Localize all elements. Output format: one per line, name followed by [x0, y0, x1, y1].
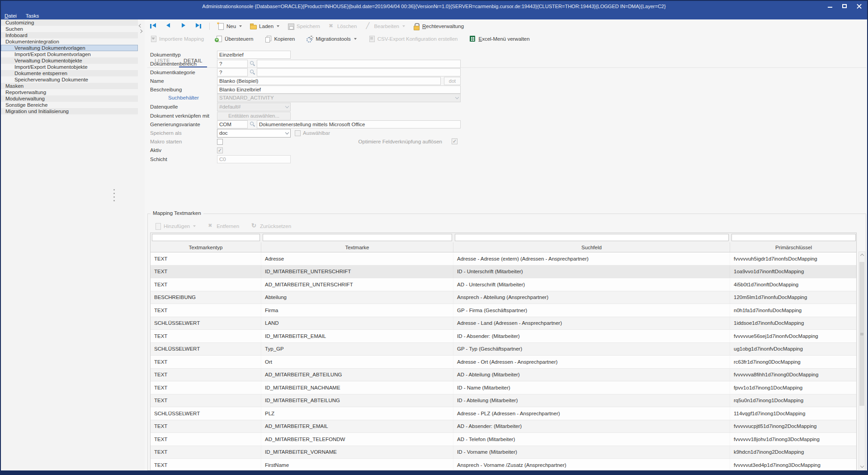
- sidebar-item[interactable]: Modulverwaltung: [1, 95, 138, 102]
- generierungsvariante-text-input[interactable]: [257, 120, 461, 128]
- sidebar-item[interactable]: Suchen: [1, 26, 138, 32]
- dokumentkategorie-label: Dokumentkategorie: [150, 70, 217, 75]
- sidebar-item[interactable]: Customizing: [1, 19, 138, 26]
- scrollbar-thumb[interactable]: [859, 262, 864, 406]
- scroll-down-icon[interactable]: [859, 463, 865, 470]
- sidebar-item[interactable]: Import/Export Dokumentobjekte: [1, 64, 138, 70]
- column-header[interactable]: Suchfeld: [453, 242, 730, 252]
- table-row[interactable]: TEXTAD_MITARBEITER_EMAILAD - Absender: (…: [151, 420, 856, 433]
- kopieren-button[interactable]: Kopieren: [262, 35, 297, 43]
- gears-icon: [307, 36, 313, 42]
- minimize-button[interactable]: [825, 2, 835, 10]
- column-filter-input[interactable]: [152, 234, 260, 241]
- table-row[interactable]: TEXTID_MITARBEITER_NACHNAMEID - Name (Mi…: [151, 381, 856, 394]
- name-label: Name: [150, 78, 217, 84]
- table-row[interactable]: SCHLÜSSELWERTLANDAdresse - Land (Adresse…: [151, 317, 856, 330]
- table-row[interactable]: BESCHREIBUNGAbteilungAnsprech - Abteilun…: [151, 291, 856, 304]
- table-row[interactable]: TEXTAdresseAdresse - Adresse (extern) (A…: [151, 252, 856, 266]
- button-label: Entfernen: [217, 223, 239, 229]
- table-row[interactable]: TEXTID_MITARBEITER_VORNAMEID - Vorname (…: [151, 446, 856, 459]
- copy-icon: [265, 36, 272, 42]
- close-button[interactable]: [854, 2, 864, 10]
- table-cell: SCHLÜSSELWERT: [151, 343, 261, 356]
- column-header[interactable]: Textmarkentyp: [151, 242, 261, 252]
- neu-button[interactable]: Neu: [215, 22, 245, 30]
- column-filter-input[interactable]: [731, 234, 856, 241]
- sidebar-item[interactable]: Reportverwaltung: [1, 89, 138, 95]
- name-input[interactable]: [217, 77, 441, 85]
- beschreibung-input[interactable]: [217, 86, 461, 94]
- laden-button[interactable]: Laden: [247, 22, 282, 30]
- table-row[interactable]: TEXTAD_MITARBEITER_TELEFONDWAD - Telefon…: [151, 433, 856, 446]
- dropdown-caret-icon: [193, 225, 196, 227]
- scroll-up-icon[interactable]: [859, 252, 865, 259]
- dokumentenbereich-text-input[interactable]: [257, 60, 461, 68]
- speichern-als-select[interactable]: doc: [217, 129, 291, 138]
- sidebar-item[interactable]: Verwaltung Dokumentobjekte: [1, 57, 138, 64]
- makro-starten-checkbox[interactable]: [217, 139, 223, 145]
- button-label: Hinzufügen: [164, 223, 190, 229]
- sidebar-item[interactable]: Masken: [1, 83, 138, 89]
- table-cell: ID - Vorname (Mitarbeiter): [453, 446, 730, 459]
- uebersteuern-button[interactable]: Übersteuern: [213, 35, 256, 43]
- dokumenttyp-input[interactable]: [217, 51, 291, 59]
- menubar: DateiTasks: [1, 12, 867, 19]
- form-row-speichern-als: Speichern als doc Auswählbar: [150, 128, 602, 138]
- nav-next-button[interactable]: [177, 22, 189, 30]
- table-row[interactable]: TEXTAD_MITARBEITER_UNTERSCHRIFTAD - Unte…: [151, 278, 856, 291]
- excel-menu-button[interactable]: Excel-Menü verwalten: [467, 35, 532, 43]
- sidebar-item[interactable]: Dokumentenintegration: [1, 38, 138, 45]
- sidebar-item[interactable]: Import/Export Dokumentvorlagen: [1, 51, 138, 57]
- dokumentkategorie-code-input[interactable]: [217, 68, 248, 76]
- maximize-button[interactable]: [839, 2, 850, 10]
- table-row[interactable]: TEXTID_MITARBEITER_EMAILID - Absender: (…: [151, 330, 856, 343]
- table-row[interactable]: SCHLÜSSELWERTPLZAdresse - PLZ (Adressen …: [151, 407, 856, 420]
- table-row[interactable]: TEXTFirmaGP - Firma (Geschäftspartner)n0…: [151, 304, 856, 317]
- table-row[interactable]: SCHLÜSSELWERTTyp_GPGP - Typ (Geschäftspa…: [151, 343, 856, 356]
- column-filter-input[interactable]: [263, 234, 452, 241]
- table-scrollbar[interactable]: [859, 252, 865, 470]
- nav-previous-button[interactable]: [162, 22, 175, 30]
- suchbehaelter-label[interactable]: Suchbehälter: [150, 95, 217, 100]
- menu-datei[interactable]: Datei: [5, 13, 17, 19]
- dropdown-caret-icon: [277, 25, 279, 27]
- sidebar-navigation: CustomizingSuchenInfoboardDokumenteninte…: [1, 19, 145, 470]
- sidebar-item[interactable]: Verwaltung Dokumentvorlagen: [1, 45, 138, 51]
- table-row[interactable]: TEXTFirstNameAnsprech - Vorname /Zusatz …: [151, 459, 856, 470]
- nav-first-button[interactable]: [147, 22, 160, 30]
- datenquelle-value: #default#: [219, 104, 241, 109]
- table-row[interactable]: TEXTID_MITARBEITER_UNTERSCHRIFTID - Unte…: [151, 266, 856, 279]
- sidebar-item[interactable]: Infoboard: [1, 32, 138, 38]
- column-header[interactable]: Primärschlüssel: [730, 242, 857, 252]
- aktiv-label: Aktiv: [150, 147, 217, 153]
- button-label: Löschen: [337, 24, 357, 29]
- datenquelle-select: #default#: [217, 103, 291, 111]
- generierungsvariante-code-input[interactable]: [217, 120, 248, 128]
- optimiere-label: Optimiere Feldverknüpfung auflösen: [354, 139, 442, 144]
- table-cell: AD_MITARBEITER_UNTERSCHRIFT: [261, 278, 453, 291]
- dokumentkategorie-text-input[interactable]: [257, 68, 461, 76]
- table-row[interactable]: TEXTID_MITARBEITER_ABTEILUNGID - Abteilu…: [151, 394, 856, 408]
- menu-tasks[interactable]: Tasks: [26, 13, 39, 19]
- rechteverwaltung-button[interactable]: Rechteverwaltung: [410, 22, 467, 30]
- sidebar-item[interactable]: Dokumente entsperren: [1, 70, 138, 76]
- sidebar-item[interactable]: Sonstige Bereiche: [1, 102, 138, 108]
- migrationstools-button[interactable]: Migrationstools: [304, 35, 359, 43]
- table-row[interactable]: TEXTOrtAdresse - Ort (Adressen - Ansprec…: [151, 356, 856, 369]
- nav-last-button[interactable]: [192, 22, 204, 30]
- lookup-magnifier-icon[interactable]: [249, 121, 255, 128]
- splitter-grip[interactable]: [113, 189, 115, 203]
- table-row[interactable]: TEXTAD_MITARBEITER_ABTEILUNGAD - Abteilu…: [151, 369, 856, 382]
- button-label: Tasks: [26, 13, 39, 19]
- column-filter-input[interactable]: [455, 234, 729, 241]
- excel-icon: [469, 36, 476, 42]
- dokumentenbereich-code-input[interactable]: [217, 60, 248, 68]
- sidebar-item[interactable]: Migration und Initialisierung: [1, 108, 138, 114]
- sidebar-item[interactable]: Speicherverwaltung Dokumente: [1, 76, 138, 83]
- table-cell: Adresse - Adresse (extern) (Adressen - A…: [453, 252, 730, 265]
- column-header[interactable]: Textmarke: [261, 242, 453, 252]
- button-label: CSV-Export Konfiguration erstellen: [377, 36, 458, 42]
- lookup-magnifier-icon[interactable]: [249, 60, 255, 67]
- filter-cell: [261, 233, 453, 242]
- lookup-magnifier-icon[interactable]: [249, 69, 255, 76]
